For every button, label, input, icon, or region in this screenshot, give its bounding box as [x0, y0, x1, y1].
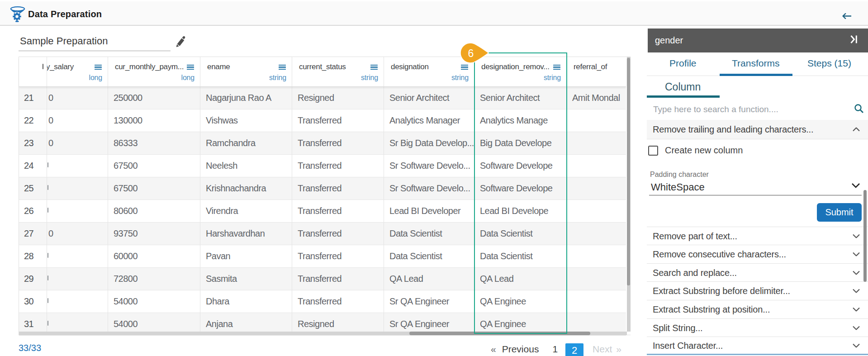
svg-text:6: 6 — [468, 47, 474, 59]
